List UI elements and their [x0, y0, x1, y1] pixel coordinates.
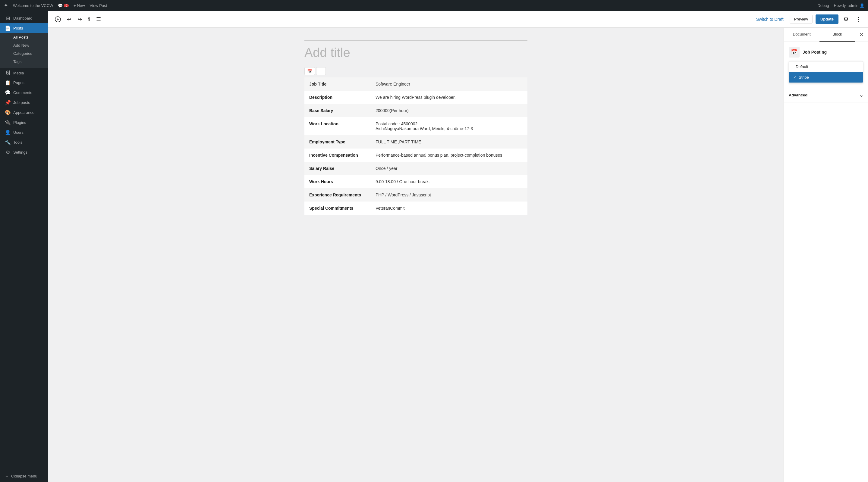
update-button[interactable]: Update	[815, 14, 838, 24]
table-row: Work Hours9:00-18:00 / One hour break.	[304, 175, 527, 188]
table-row: Experience RequirementsPHP / WordPress /…	[304, 188, 527, 201]
block-toolbar: 📅 ⋮	[304, 67, 527, 75]
wp-logo-icon[interactable]: ✦	[4, 2, 8, 9]
admin-bar: ✦ Welcome to the VCCW 💬 0 + New View Pos…	[0, 0, 868, 11]
content-area: Add title 📅 ⋮ Job TitleSoftware Engineer…	[48, 28, 868, 482]
table-row: Salary RaiseOnce / year	[304, 162, 527, 175]
table-cell-label: Experience Requirements	[304, 188, 371, 201]
settings-panel-button[interactable]: ⚙	[841, 14, 850, 25]
sidebar-item-plugins[interactable]: 🔌 Plugins	[0, 118, 48, 127]
users-icon: 👤	[5, 130, 11, 135]
adminbar-howdy[interactable]: Howdy, admin 👤	[834, 3, 864, 8]
toolbar-right: Switch to Draft Preview Update ⚙ ⋮	[753, 14, 863, 25]
table-cell-label: Employment Type	[304, 135, 371, 149]
table-cell-label: Base Salary	[304, 104, 371, 117]
table-cell-label: Description	[304, 91, 371, 104]
table-row: Incentive CompensationPerformance-based …	[304, 149, 527, 162]
panel-tabs: Document Block ✕	[784, 28, 868, 42]
add-block-button[interactable]	[53, 14, 63, 24]
tools-icon: 🔧	[5, 139, 11, 145]
table-cell-label: Salary Raise	[304, 162, 371, 175]
table-cell-value: 200000(Per hour)	[371, 104, 527, 117]
style-option-stripe[interactable]: ✓ Stripe	[789, 72, 863, 83]
posts-icon: 📄	[5, 25, 11, 31]
sidebar-posts-submenu: All Posts Add New Categories Tags	[0, 33, 48, 68]
style-options-list: Default ✓ Stripe	[789, 61, 863, 83]
editor-canvas: Add title 📅 ⋮ Job TitleSoftware Engineer…	[48, 28, 784, 482]
adminbar-debug[interactable]: Debug	[817, 3, 829, 8]
collapse-icon: ←	[5, 474, 9, 478]
editor-toolbar: ↩ ↪ ℹ ☰ Switch to Draft Preview Update ⚙…	[48, 11, 868, 28]
job-table: Job TitleSoftware EngineerDescriptionWe …	[304, 77, 527, 215]
post-title-input[interactable]: Add title	[304, 40, 527, 60]
info-button[interactable]: ℹ	[86, 14, 92, 24]
sidebar-item-dashboard[interactable]: ⊞ Dashboard	[0, 13, 48, 23]
sidebar-item-users[interactable]: 👤 Users	[0, 127, 48, 137]
block-more-options-button[interactable]: ⋮	[316, 67, 326, 75]
block-info-section: 📅 Job Posting Default ✓ Str	[784, 42, 868, 88]
sidebar-item-add-new[interactable]: Add New	[0, 41, 48, 50]
block-type-icon: 📅	[789, 47, 800, 58]
pages-icon: 📋	[5, 80, 11, 86]
style-dropdown: Default ✓ Stripe	[789, 61, 863, 83]
adminbar-site-name[interactable]: Welcome to the VCCW	[13, 3, 53, 8]
block-name-label: Job Posting	[803, 50, 827, 55]
sidebar: ⊞ Dashboard 📄 Posts All Posts Add New Ca…	[0, 11, 48, 482]
block-type-button[interactable]: 📅	[304, 67, 315, 75]
table-cell-value: Performance-based annual bonus plan, pro…	[371, 149, 527, 162]
dashboard-icon: ⊞	[5, 15, 11, 21]
adminbar-view-post[interactable]: View Post	[90, 3, 107, 8]
advanced-header[interactable]: Advanced ⌄	[789, 92, 863, 98]
table-row: Job TitleSoftware Engineer	[304, 77, 527, 91]
sidebar-item-tags[interactable]: Tags	[0, 58, 48, 66]
table-cell-value: 9:00-18:00 / One hour break.	[371, 175, 527, 188]
table-cell-label: Work Location	[304, 117, 371, 135]
editor-area: ↩ ↪ ℹ ☰ Switch to Draft Preview Update ⚙…	[48, 11, 868, 482]
right-panel: Document Block ✕ 📅 Job Posting	[784, 28, 868, 482]
sidebar-item-tools[interactable]: 🔧 Tools	[0, 137, 48, 147]
editor-inner: Add title 📅 ⋮ Job TitleSoftware Engineer…	[304, 40, 527, 470]
sidebar-item-pages[interactable]: 📋 Pages	[0, 78, 48, 88]
preview-button[interactable]: Preview	[789, 15, 812, 24]
adminbar-comments[interactable]: 💬 0	[58, 3, 69, 8]
redo-button[interactable]: ↪	[76, 14, 84, 24]
sidebar-item-media[interactable]: 🖼 Media	[0, 68, 48, 78]
table-row: Employment TypeFULL TIME ,PART TIME	[304, 135, 527, 149]
table-row: Base Salary200000(Per hour)	[304, 104, 527, 117]
sidebar-item-comments[interactable]: 💬 Comments	[0, 88, 48, 98]
adminbar-new[interactable]: + New	[73, 3, 85, 8]
table-cell-value: VeteranCommit	[371, 201, 527, 215]
list-view-button[interactable]: ☰	[94, 14, 103, 24]
tab-document[interactable]: Document	[784, 28, 819, 41]
advanced-section: Advanced ⌄	[784, 88, 868, 102]
style-option-default[interactable]: Default	[789, 61, 863, 72]
collapse-menu-button[interactable]: ← Collapse menu	[0, 470, 48, 482]
sidebar-item-posts[interactable]: 📄 Posts	[0, 23, 48, 33]
appearance-icon: 🎨	[5, 110, 11, 116]
switch-to-draft-button[interactable]: Switch to Draft	[753, 15, 786, 24]
sidebar-item-appearance[interactable]: 🎨 Appearance	[0, 107, 48, 118]
block-icon-row: 📅 Job Posting	[789, 47, 863, 58]
table-cell-value: Once / year	[371, 162, 527, 175]
tab-block[interactable]: Block	[819, 28, 855, 41]
comments-icon: 💬	[5, 90, 11, 96]
table-cell-label: Job Title	[304, 77, 371, 91]
main-layout: ⊞ Dashboard 📄 Posts All Posts Add New Ca…	[0, 11, 868, 482]
media-icon: 🖼	[5, 70, 11, 75]
table-cell-label: Incentive Compensation	[304, 149, 371, 162]
table-cell-value: FULL TIME ,PART TIME	[371, 135, 527, 149]
table-row: Work LocationPostal code : 4500002AichiN…	[304, 117, 527, 135]
settings-icon: ⚙	[5, 150, 11, 155]
panel-close-button[interactable]: ✕	[855, 28, 868, 41]
job-posts-icon: 📌	[5, 100, 11, 105]
advanced-chevron-icon: ⌄	[859, 92, 863, 98]
table-cell-value: PHP / WordPress / Javascript	[371, 188, 527, 201]
more-options-button[interactable]: ⋮	[854, 14, 863, 25]
sidebar-item-settings[interactable]: ⚙ Settings	[0, 147, 48, 157]
sidebar-item-job-posts[interactable]: 📌 Job posts	[0, 98, 48, 107]
undo-button[interactable]: ↩	[65, 14, 73, 24]
sidebar-item-categories[interactable]: Categories	[0, 50, 48, 58]
sidebar-item-all-posts[interactable]: All Posts	[0, 33, 48, 41]
table-row: Special CommitmentsVeteranCommit	[304, 201, 527, 215]
table-cell-label: Special Commitments	[304, 201, 371, 215]
